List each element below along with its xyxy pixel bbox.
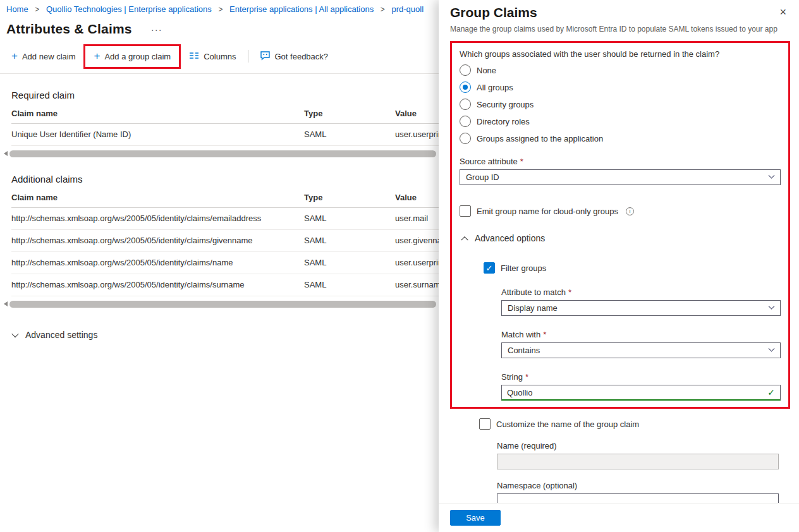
additional-claims-heading: Additional claims [11, 174, 439, 184]
source-attribute-label: Source attribute* [460, 157, 781, 166]
save-button[interactable]: Save [450, 510, 501, 526]
radio-icon [460, 116, 471, 127]
customize-name-checkbox[interactable]: Customize the name of the group claim [479, 418, 790, 430]
title-row: Attributes & Claims ··· [6, 21, 439, 37]
claim-name-cell: http://schemas.xmlsoap.org/ws/2005/05/id… [11, 208, 304, 230]
table-row-emailaddress[interactable]: http://schemas.xmlsoap.org/ws/2005/05/id… [11, 208, 439, 230]
claim-value-cell: user.mail [395, 208, 439, 230]
required-table-horizontal-scrollbar[interactable] [4, 149, 436, 158]
scroll-left-arrow-icon[interactable] [4, 151, 8, 156]
plus-icon: + [11, 52, 18, 61]
customize-name-fields: Name (required) Namespace (optional) [497, 441, 779, 509]
breadcrumb-all-applications[interactable]: Enterprise applications | All applicatio… [229, 4, 374, 14]
label-text: Source attribute [460, 157, 518, 166]
label-text: Match with [501, 330, 540, 339]
radio-label: Security groups [477, 100, 534, 109]
scrollbar-thumb[interactable] [9, 301, 436, 308]
column-header-type[interactable]: Type [304, 100, 395, 124]
required-claim-heading: Required claim [11, 90, 439, 100]
table-row-surname[interactable]: http://schemas.xmlsoap.org/ws/2005/05/id… [11, 274, 439, 296]
info-icon[interactable]: i [626, 207, 634, 215]
scroll-left-arrow-icon[interactable] [4, 301, 8, 306]
advanced-options-toggle[interactable]: Advanced options [462, 233, 781, 243]
breadcrumb: Home > Quollio Technologies | Enterprise… [0, 0, 439, 14]
radio-option-all-groups[interactable]: All groups [460, 82, 781, 93]
filter-group-fields: Attribute to match* Display name Match w… [501, 287, 781, 401]
additional-table-horizontal-scrollbar[interactable] [4, 299, 436, 308]
column-header-value[interactable]: Value [395, 100, 439, 124]
radio-option-none[interactable]: None [460, 64, 781, 76]
match-with-label: Match with* [501, 330, 781, 339]
columns-icon [189, 51, 199, 62]
radio-label: Directory roles [477, 117, 530, 126]
label-text: Attribute to match [501, 287, 566, 297]
required-asterisk: * [543, 330, 546, 339]
table-row-name[interactable]: http://schemas.xmlsoap.org/ws/2005/05/id… [11, 252, 439, 274]
radio-icon [460, 64, 471, 76]
claim-value-cell: user.surname [395, 274, 439, 296]
radio-icon [460, 99, 471, 110]
radio-label: All groups [477, 83, 513, 92]
column-header-claim-name[interactable]: Claim name [11, 100, 304, 124]
breadcrumb-separator: > [218, 5, 223, 14]
radio-icon [460, 133, 471, 144]
checkbox-checked-icon: ✓ [484, 262, 495, 274]
group-claims-panel: Group Claims × Manage the group claims u… [439, 0, 799, 532]
chevron-down-icon [769, 346, 775, 352]
table-row-unique-user-identifier[interactable]: Unique User Identifier (Name ID) SAML us… [11, 124, 439, 146]
feedback-icon [260, 51, 271, 63]
panel-title: Group Claims [450, 5, 537, 20]
emit-group-name-checkbox[interactable]: Emit group name for cloud-only groups i [460, 205, 781, 217]
checkbox-label: Emit group name for cloud-only groups [477, 207, 618, 216]
feedback-label: Got feedback? [275, 52, 329, 61]
namespace-optional-label: Namespace (optional) [497, 481, 779, 490]
required-asterisk: * [520, 157, 523, 166]
more-menu-button[interactable]: ··· [151, 24, 162, 35]
dropdown-selected-value: Contains [508, 346, 540, 355]
panel-footer: Save [439, 503, 799, 532]
radio-option-groups-assigned[interactable]: Groups assigned to the application [460, 133, 781, 144]
breadcrumb-home[interactable]: Home [6, 4, 28, 14]
required-asterisk: * [568, 287, 571, 297]
column-header-type[interactable]: Type [304, 184, 395, 208]
chevron-up-icon [461, 236, 468, 243]
claim-type-cell: SAML [304, 274, 395, 296]
match-with-dropdown[interactable]: Contains [501, 342, 781, 358]
dropdown-selected-value: Group ID [466, 172, 499, 182]
checkbox-label: Filter groups [501, 263, 546, 273]
name-field [497, 454, 779, 469]
radio-label: None [477, 66, 496, 75]
string-input[interactable] [507, 385, 767, 399]
panel-subtitle: Manage the group claims used by Microsof… [450, 25, 790, 33]
claim-type-cell: SAML [304, 208, 395, 230]
feedback-button[interactable]: Got feedback? [255, 47, 334, 66]
radio-label: Groups assigned to the application [477, 134, 603, 143]
scrollbar-thumb[interactable] [9, 150, 436, 157]
claim-value-cell: user.givenna [395, 230, 439, 252]
table-row-givenname[interactable]: http://schemas.xmlsoap.org/ws/2005/05/id… [11, 230, 439, 252]
radio-option-directory-roles[interactable]: Directory roles [460, 116, 781, 127]
name-input[interactable] [503, 454, 773, 469]
breadcrumb-prd-quoll[interactable]: prd-quoll [391, 4, 424, 14]
attribute-to-match-dropdown[interactable]: Display name [501, 300, 781, 316]
claim-value-cell: user.userprin [395, 124, 439, 146]
claim-type-cell: SAML [304, 252, 395, 274]
panel-header: Group Claims × [450, 5, 790, 20]
required-asterisk: * [525, 372, 528, 382]
claim-name-cell: http://schemas.xmlsoap.org/ws/2005/05/id… [11, 274, 304, 296]
radio-option-security-groups[interactable]: Security groups [460, 99, 781, 110]
breadcrumb-quollio-enterprise-apps[interactable]: Quollio Technologies | Enterprise applic… [46, 4, 212, 14]
column-header-claim-name[interactable]: Claim name [11, 184, 304, 208]
filter-groups-checkbox[interactable]: ✓ Filter groups [484, 262, 781, 274]
source-attribute-dropdown[interactable]: Group ID [460, 169, 781, 185]
claim-name-cell: http://schemas.xmlsoap.org/ws/2005/05/id… [11, 230, 304, 252]
column-header-value[interactable]: Value [395, 184, 439, 208]
add-new-claim-button[interactable]: + Add new claim [6, 48, 80, 65]
add-group-claim-button[interactable]: + Add a group claim [88, 48, 176, 65]
columns-button[interactable]: Columns [184, 47, 241, 66]
attributes-claims-page: Home > Quollio Technologies | Enterprise… [0, 0, 439, 532]
close-icon[interactable]: × [776, 5, 790, 19]
advanced-settings-toggle[interactable]: Advanced settings [13, 330, 439, 340]
groups-question-label: Which groups associated with the user sh… [460, 49, 781, 59]
add-group-claim-highlight-box: + Add a group claim [83, 44, 181, 69]
